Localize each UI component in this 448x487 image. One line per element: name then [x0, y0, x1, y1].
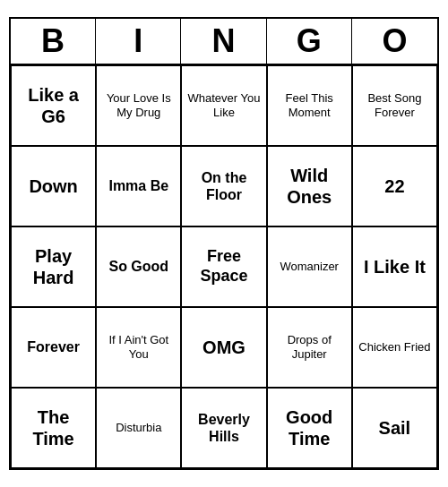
bingo-cell: Whatever You Like [181, 65, 266, 146]
bingo-cell: I Like It [352, 226, 437, 307]
bingo-cell: Wild Ones [267, 146, 352, 226]
bingo-grid: Like a G6Your Love Is My DrugWhatever Yo… [11, 65, 437, 468]
bingo-cell: Chicken Fried [352, 307, 437, 388]
bingo-cell: Best Song Forever [352, 65, 437, 146]
bingo-cell: OMG [181, 307, 266, 388]
bingo-cell: Down [11, 146, 96, 226]
header-letter: N [181, 19, 266, 64]
bingo-cell: Drops of Jupiter [267, 307, 352, 388]
bingo-card: BINGO Like a G6Your Love Is My DrugWhate… [9, 17, 439, 470]
bingo-cell: Beverly Hills [181, 388, 266, 468]
bingo-cell: Play Hard [11, 226, 96, 307]
bingo-cell: Free Space [181, 226, 266, 307]
bingo-cell: If I Ain't Got You [96, 307, 181, 388]
header-letter: G [267, 19, 352, 64]
bingo-cell: Sail [352, 388, 437, 468]
header-letter: I [96, 19, 181, 64]
bingo-cell: Disturbia [96, 388, 181, 468]
bingo-cell: Good Time [267, 388, 352, 468]
bingo-cell: Imma Be [96, 146, 181, 226]
bingo-cell: On the Floor [181, 146, 266, 226]
bingo-cell: Forever [11, 307, 96, 388]
header-letter: O [352, 19, 437, 64]
bingo-cell: Your Love Is My Drug [96, 65, 181, 146]
bingo-header: BINGO [11, 19, 437, 65]
bingo-cell: Womanizer [267, 226, 352, 307]
bingo-cell: Like a G6 [11, 65, 96, 146]
bingo-cell: The Time [11, 388, 96, 468]
bingo-cell: So Good [96, 226, 181, 307]
header-letter: B [11, 19, 96, 64]
bingo-cell: Feel This Moment [267, 65, 352, 146]
bingo-cell: 22 [352, 146, 437, 226]
